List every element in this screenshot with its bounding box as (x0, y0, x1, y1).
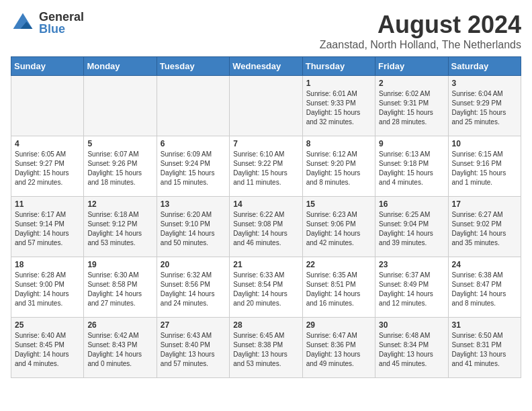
day-number: 8 (306, 139, 371, 148)
calendar-cell: 7Sunrise: 6:10 AM Sunset: 9:22 PM Daylig… (230, 136, 302, 197)
calendar-cell: 20Sunrise: 6:32 AM Sunset: 8:56 PM Dayli… (157, 257, 229, 318)
calendar-cell: 11Sunrise: 6:17 AM Sunset: 9:14 PM Dayli… (11, 197, 84, 257)
day-info: Sunrise: 6:05 AM Sunset: 9:27 PM Dayligh… (15, 150, 80, 187)
location-subtitle: Zaanstad, North Holland, The Netherlands (320, 39, 521, 51)
calendar-week-row: 4Sunrise: 6:05 AM Sunset: 9:27 PM Daylig… (11, 136, 521, 197)
logo-general-text: General (39, 11, 84, 23)
day-info: Sunrise: 6:15 AM Sunset: 9:16 PM Dayligh… (452, 150, 517, 187)
day-info: Sunrise: 6:10 AM Sunset: 9:22 PM Dayligh… (233, 150, 298, 187)
day-number: 14 (233, 199, 298, 209)
day-number: 24 (452, 260, 517, 269)
day-info: Sunrise: 6:20 AM Sunset: 9:10 PM Dayligh… (161, 210, 226, 248)
header: General Blue August 2024 Zaanstad, North… (11, 11, 521, 51)
calendar-cell (84, 76, 157, 136)
day-number: 4 (15, 139, 80, 148)
calendar-cell: 26Sunrise: 6:42 AM Sunset: 8:43 PM Dayli… (84, 318, 157, 378)
day-number: 9 (379, 139, 444, 148)
logo: General Blue (11, 11, 84, 35)
header-day-friday: Friday (375, 57, 448, 76)
calendar-cell: 27Sunrise: 6:43 AM Sunset: 8:40 PM Dayli… (157, 318, 229, 378)
calendar-cell: 17Sunrise: 6:27 AM Sunset: 9:02 PM Dayli… (448, 197, 521, 257)
calendar-cell (230, 76, 302, 136)
calendar-cell: 4Sunrise: 6:05 AM Sunset: 9:27 PM Daylig… (11, 136, 84, 197)
header-day-saturday: Saturday (448, 57, 521, 76)
calendar-cell: 13Sunrise: 6:20 AM Sunset: 9:10 PM Dayli… (157, 197, 229, 257)
calendar-week-row: 18Sunrise: 6:28 AM Sunset: 9:00 PM Dayli… (11, 257, 521, 318)
logo-blue-text: Blue (39, 23, 84, 35)
day-info: Sunrise: 6:01 AM Sunset: 9:33 PM Dayligh… (306, 89, 371, 127)
day-info: Sunrise: 6:42 AM Sunset: 8:43 PM Dayligh… (87, 331, 152, 369)
day-number: 13 (161, 199, 226, 209)
title-area: August 2024 Zaanstad, North Holland, The… (320, 11, 521, 51)
calendar-cell: 22Sunrise: 6:35 AM Sunset: 8:51 PM Dayli… (302, 257, 375, 318)
day-info: Sunrise: 6:40 AM Sunset: 8:45 PM Dayligh… (15, 331, 80, 369)
day-info: Sunrise: 6:17 AM Sunset: 9:14 PM Dayligh… (15, 210, 80, 248)
calendar-cell: 28Sunrise: 6:45 AM Sunset: 8:38 PM Dayli… (230, 318, 302, 378)
day-info: Sunrise: 6:50 AM Sunset: 8:31 PM Dayligh… (452, 331, 517, 369)
day-number: 28 (233, 320, 298, 330)
calendar-cell: 12Sunrise: 6:18 AM Sunset: 9:12 PM Dayli… (84, 197, 157, 257)
day-number: 31 (452, 320, 517, 330)
day-number: 11 (15, 199, 80, 209)
day-number: 1 (306, 79, 371, 88)
day-info: Sunrise: 6:25 AM Sunset: 9:04 PM Dayligh… (379, 210, 444, 248)
calendar-week-row: 11Sunrise: 6:17 AM Sunset: 9:14 PM Dayli… (11, 197, 521, 257)
day-number: 3 (452, 79, 517, 88)
day-info: Sunrise: 6:47 AM Sunset: 8:36 PM Dayligh… (306, 331, 371, 369)
calendar-cell: 30Sunrise: 6:48 AM Sunset: 8:34 PM Dayli… (375, 318, 448, 378)
header-day-sunday: Sunday (11, 57, 84, 76)
calendar-cell: 16Sunrise: 6:25 AM Sunset: 9:04 PM Dayli… (375, 197, 448, 257)
header-day-tuesday: Tuesday (157, 57, 229, 76)
calendar-cell: 21Sunrise: 6:33 AM Sunset: 8:54 PM Dayli… (230, 257, 302, 318)
header-day-monday: Monday (84, 57, 157, 76)
day-number: 21 (233, 260, 298, 269)
calendar-cell: 23Sunrise: 6:37 AM Sunset: 8:49 PM Dayli… (375, 257, 448, 318)
calendar-cell: 25Sunrise: 6:40 AM Sunset: 8:45 PM Dayli… (11, 318, 84, 378)
calendar-week-row: 1Sunrise: 6:01 AM Sunset: 9:33 PM Daylig… (11, 76, 521, 136)
day-number: 30 (379, 320, 444, 330)
day-number: 19 (87, 260, 152, 269)
day-info: Sunrise: 6:30 AM Sunset: 8:58 PM Dayligh… (87, 271, 152, 308)
calendar-cell: 14Sunrise: 6:22 AM Sunset: 9:08 PM Dayli… (230, 197, 302, 257)
calendar-week-row: 25Sunrise: 6:40 AM Sunset: 8:45 PM Dayli… (11, 318, 521, 378)
calendar-cell: 24Sunrise: 6:38 AM Sunset: 8:47 PM Dayli… (448, 257, 521, 318)
day-info: Sunrise: 6:09 AM Sunset: 9:24 PM Dayligh… (161, 150, 226, 187)
logo-icon (11, 11, 35, 35)
calendar-cell (11, 76, 84, 136)
day-info: Sunrise: 6:38 AM Sunset: 8:47 PM Dayligh… (452, 271, 517, 308)
calendar-body: 1Sunrise: 6:01 AM Sunset: 9:33 PM Daylig… (11, 76, 521, 378)
day-info: Sunrise: 6:32 AM Sunset: 8:56 PM Dayligh… (161, 271, 226, 308)
day-number: 12 (87, 199, 152, 209)
day-number: 2 (379, 79, 444, 88)
header-day-wednesday: Wednesday (230, 57, 302, 76)
day-number: 23 (379, 260, 444, 269)
day-number: 6 (161, 139, 226, 148)
calendar-cell: 18Sunrise: 6:28 AM Sunset: 9:00 PM Dayli… (11, 257, 84, 318)
day-info: Sunrise: 6:37 AM Sunset: 8:49 PM Dayligh… (379, 271, 444, 308)
day-info: Sunrise: 6:27 AM Sunset: 9:02 PM Dayligh… (452, 210, 517, 248)
day-info: Sunrise: 6:45 AM Sunset: 8:38 PM Dayligh… (233, 331, 298, 369)
day-info: Sunrise: 6:22 AM Sunset: 9:08 PM Dayligh… (233, 210, 298, 248)
day-info: Sunrise: 6:48 AM Sunset: 8:34 PM Dayligh… (379, 331, 444, 369)
day-number: 15 (306, 199, 371, 209)
day-number: 18 (15, 260, 80, 269)
day-number: 22 (306, 260, 371, 269)
calendar-cell: 6Sunrise: 6:09 AM Sunset: 9:24 PM Daylig… (157, 136, 229, 197)
calendar-cell: 15Sunrise: 6:23 AM Sunset: 9:06 PM Dayli… (302, 197, 375, 257)
day-info: Sunrise: 6:02 AM Sunset: 9:31 PM Dayligh… (379, 89, 444, 127)
calendar-cell: 8Sunrise: 6:12 AM Sunset: 9:20 PM Daylig… (302, 136, 375, 197)
calendar-cell: 2Sunrise: 6:02 AM Sunset: 9:31 PM Daylig… (375, 76, 448, 136)
calendar-header: SundayMondayTuesdayWednesdayThursdayFrid… (11, 57, 521, 76)
day-number: 17 (452, 199, 517, 209)
calendar-cell: 1Sunrise: 6:01 AM Sunset: 9:33 PM Daylig… (302, 76, 375, 136)
calendar-cell: 31Sunrise: 6:50 AM Sunset: 8:31 PM Dayli… (448, 318, 521, 378)
day-info: Sunrise: 6:35 AM Sunset: 8:51 PM Dayligh… (306, 271, 371, 308)
day-number: 29 (306, 320, 371, 330)
month-year-title: August 2024 (320, 11, 521, 39)
day-info: Sunrise: 6:23 AM Sunset: 9:06 PM Dayligh… (306, 210, 371, 248)
day-info: Sunrise: 6:28 AM Sunset: 9:00 PM Dayligh… (15, 271, 80, 308)
day-info: Sunrise: 6:18 AM Sunset: 9:12 PM Dayligh… (87, 210, 152, 248)
calendar-cell: 3Sunrise: 6:04 AM Sunset: 9:29 PM Daylig… (448, 76, 521, 136)
calendar-cell: 10Sunrise: 6:15 AM Sunset: 9:16 PM Dayli… (448, 136, 521, 197)
day-info: Sunrise: 6:43 AM Sunset: 8:40 PM Dayligh… (161, 331, 226, 369)
